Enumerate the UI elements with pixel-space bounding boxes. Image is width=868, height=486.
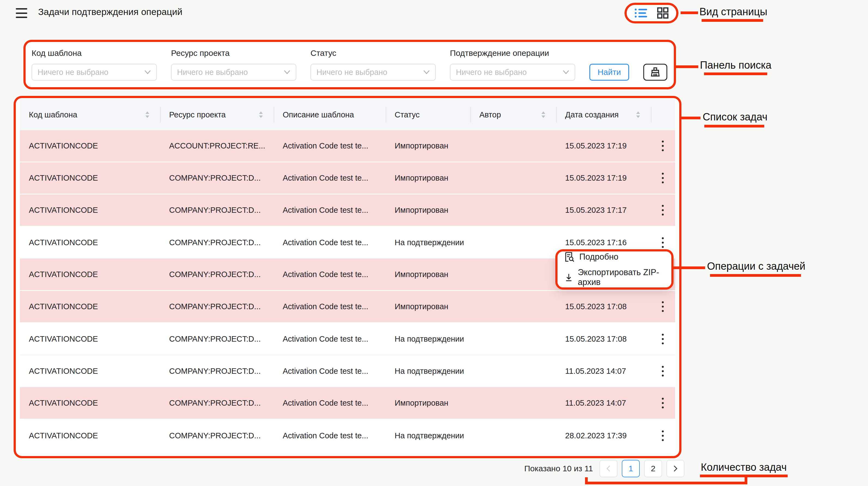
- kebab-menu-icon[interactable]: [660, 297, 665, 316]
- annotation-bracket: [745, 477, 747, 484]
- cell-actions: [651, 194, 675, 226]
- table-row[interactable]: ACTIVATIONCODE ACCOUNT:PROJECT:RE... Act…: [20, 130, 675, 162]
- table-row[interactable]: ACTIVATIONCODE COMPANY:PROJECT:D... Acti…: [20, 162, 675, 194]
- cell-author: [470, 420, 556, 452]
- cell-status: Импортирован: [386, 162, 470, 194]
- cell-project-resource: COMPANY:PROJECT:D...: [160, 194, 274, 226]
- cell-status: На подтверждении: [386, 355, 470, 387]
- sort-icon[interactable]: [540, 111, 546, 119]
- row-context-menu: Подробно Экспортировать ZIP-архив: [555, 249, 674, 290]
- cell-author: [470, 227, 556, 258]
- select-placeholder: Ничего не выбрано: [38, 68, 108, 77]
- cell-template-description: Activation Code test te...: [274, 259, 386, 290]
- kebab-menu-icon[interactable]: [660, 329, 665, 348]
- cell-project-resource: COMPANY:PROJECT:D...: [160, 387, 274, 419]
- cell-template-code: ACTIVATIONCODE: [20, 259, 160, 290]
- cell-status: Импортирован: [386, 259, 470, 290]
- select-placeholder: Ничего не выбрано: [177, 68, 248, 77]
- sort-icon[interactable]: [635, 111, 641, 119]
- annotation-operations-label: Операции с задачей: [707, 261, 805, 272]
- kebab-menu-icon[interactable]: [660, 169, 665, 188]
- table-row[interactable]: ACTIVATIONCODE COMPANY:PROJECT:D... Acti…: [20, 291, 675, 323]
- cell-author: [470, 291, 556, 322]
- column-header[interactable]: Описание шаблона: [274, 99, 386, 130]
- column-header[interactable]: Автор: [470, 99, 556, 130]
- context-menu-item-details[interactable]: Подробно: [565, 252, 671, 262]
- cell-status: На подтверждении: [386, 323, 470, 355]
- menu-icon[interactable]: [16, 8, 27, 18]
- kebab-menu-icon[interactable]: [660, 394, 665, 413]
- filter-select[interactable]: Ничего не выбрано: [310, 64, 436, 81]
- column-label: Ресурс проекта: [169, 110, 226, 119]
- cell-template-description: Activation Code test te...: [274, 355, 386, 387]
- cell-created-date: 15.05.2023 17:08: [556, 291, 651, 322]
- annotation-count-label: Количество задач: [701, 461, 786, 473]
- next-page-button[interactable]: [666, 460, 684, 477]
- kebab-menu-icon[interactable]: [660, 426, 665, 445]
- cell-created-date: 15.05.2023 17:17: [556, 194, 651, 226]
- column-header[interactable]: Код шаблона: [20, 99, 160, 130]
- kebab-menu-icon[interactable]: [660, 136, 665, 156]
- column-header[interactable]: Дата создания: [556, 99, 651, 130]
- filter-select[interactable]: Ничего не выбрано: [171, 64, 296, 81]
- table-row[interactable]: ACTIVATIONCODE COMPANY:PROJECT:D... Acti…: [20, 323, 675, 355]
- search-panel: Код шаблона Ничего не выбрано Ресурс про…: [24, 40, 676, 89]
- table-row[interactable]: ACTIVATIONCODE COMPANY:PROJECT:D... Acti…: [20, 194, 675, 227]
- table-header: Код шаблона Ресурс проекта Описание шабл…: [20, 99, 675, 130]
- cell-template-code: ACTIVATIONCODE: [20, 227, 160, 258]
- filter-label: Ресурс проекта: [171, 49, 296, 58]
- page-number-button[interactable]: 1: [622, 460, 640, 477]
- column-header[interactable]: Ресурс проекта: [160, 99, 274, 130]
- cell-actions: [651, 130, 675, 161]
- table-row[interactable]: ACTIVATIONCODE COMPANY:PROJECT:D... Acti…: [20, 420, 675, 452]
- sort-icon[interactable]: [258, 111, 264, 119]
- cell-actions: [651, 355, 675, 387]
- cell-template-code: ACTIVATIONCODE: [20, 323, 160, 355]
- find-button[interactable]: Найти: [589, 64, 629, 81]
- filter-group: Ресурс проекта Ничего не выбрано: [171, 49, 296, 81]
- cell-template-code: ACTIVATIONCODE: [20, 387, 160, 419]
- cell-project-resource: COMPANY:PROJECT:D...: [160, 162, 274, 194]
- clear-filters-icon[interactable]: [643, 64, 667, 81]
- table-row[interactable]: ACTIVATIONCODE COMPANY:PROJECT:D... Acti…: [20, 387, 675, 420]
- column-label: Описание шаблона: [283, 110, 354, 119]
- list-view-icon[interactable]: [634, 7, 648, 19]
- cell-template-description: Activation Code test te...: [274, 420, 386, 452]
- cell-template-description: Activation Code test te...: [274, 387, 386, 419]
- cell-author: [470, 355, 556, 387]
- chevron-down-icon: [563, 70, 569, 74]
- filter-select[interactable]: Ничего не выбрано: [32, 64, 157, 81]
- annotation-underline: [704, 72, 767, 75]
- prev-page-button[interactable]: [599, 460, 617, 477]
- kebab-menu-icon[interactable]: [660, 201, 665, 220]
- cell-status: Импортирован: [386, 291, 470, 322]
- column-header[interactable]: Статус: [386, 99, 470, 130]
- sort-icon[interactable]: [144, 111, 150, 119]
- filter-label: Код шаблона: [32, 49, 157, 58]
- cell-created-date: 28.02.2023 17:39: [556, 420, 651, 452]
- kebab-menu-icon[interactable]: [660, 362, 665, 381]
- page-number-button[interactable]: 2: [644, 460, 662, 477]
- column-header[interactable]: [651, 99, 675, 130]
- cell-project-resource: COMPANY:PROJECT:D...: [160, 420, 274, 452]
- cell-template-description: Activation Code test te...: [274, 194, 386, 226]
- cell-author: [470, 162, 556, 194]
- context-menu-item-export-zip[interactable]: Экспортировать ZIP-архив: [565, 268, 671, 287]
- column-label: Статус: [395, 110, 420, 119]
- cell-status: Импортирован: [386, 387, 470, 419]
- cell-status: Импортирован: [386, 130, 470, 161]
- cell-created-date: 11.05.2023 14:07: [556, 387, 651, 419]
- grid-view-icon[interactable]: [657, 7, 669, 19]
- column-label: Автор: [479, 110, 501, 119]
- page-title: Задачи подтверждения операций: [38, 6, 183, 17]
- cell-actions: [651, 420, 675, 452]
- file-search-icon: [565, 252, 575, 262]
- cell-author: [470, 323, 556, 355]
- table-row[interactable]: ACTIVATIONCODE COMPANY:PROJECT:D... Acti…: [20, 355, 675, 387]
- cell-template-code: ACTIVATIONCODE: [20, 420, 160, 452]
- cell-actions: [651, 162, 675, 194]
- cell-template-code: ACTIVATIONCODE: [20, 194, 160, 226]
- cell-author: [470, 387, 556, 419]
- annotation-connector-view: [681, 11, 698, 14]
- filter-select[interactable]: Ничего не выбрано: [450, 64, 575, 81]
